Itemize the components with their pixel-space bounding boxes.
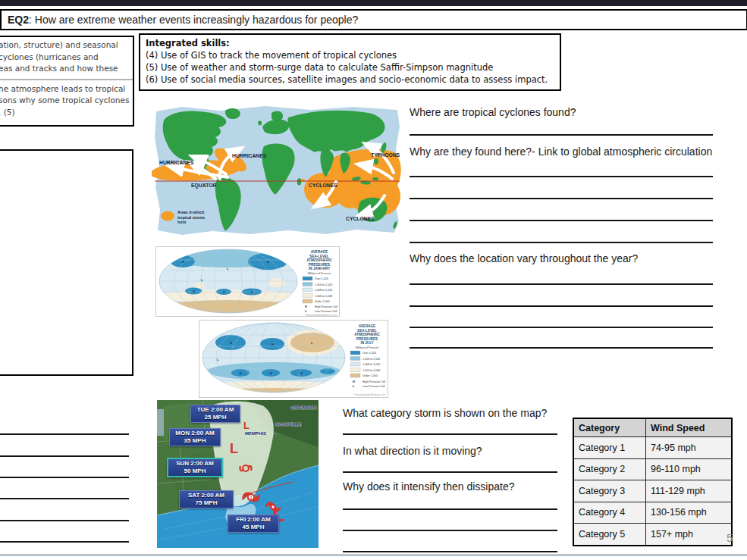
svg-text:Millibars of Pressure: Millibars of Pressure <box>308 272 331 275</box>
svg-text:IN JANUARY: IN JANUARY <box>309 267 330 271</box>
answer-line <box>0 433 129 435</box>
forecast-label-fri: FRI 2:00 AM45 MPH <box>228 515 279 533</box>
skill-item: (5) Use of weather and storm-surge data … <box>146 61 554 74</box>
col-header-windspeed: Wind Speed <box>646 418 733 437</box>
svg-text:Millibars of Pressure: Millibars of Pressure <box>356 346 379 349</box>
question-intensify: Why does it intensify then dissipate? <box>343 480 514 493</box>
answer-line <box>410 198 713 199</box>
svg-text:Low-Pressure Cell: Low-Pressure Cell <box>363 385 385 388</box>
answer-line <box>0 455 129 457</box>
category-badge: 1 <box>250 496 253 499</box>
answer-line <box>410 283 713 285</box>
answer-line <box>410 176 713 177</box>
answer-line <box>343 433 557 435</box>
table-row: Category 5 157+ mph <box>573 524 732 546</box>
answer-line <box>343 530 557 531</box>
svg-text:ATMOSPHERIC: ATMOSPHERIC <box>354 333 380 336</box>
question-location-vary: Why does the location vary throughout th… <box>410 252 638 264</box>
skill-item: (6) Use of social media sources, satelli… <box>146 74 554 86</box>
integrated-skills-box: Integrated skills: (4) Use of GIS to tra… <box>139 33 561 91</box>
svg-text:Over 1,024: Over 1,024 <box>363 352 376 355</box>
map-credit: © Encyclopaedia Britannica, Inc. <box>353 393 386 396</box>
svg-text:IN JULY: IN JULY <box>360 341 373 345</box>
legend-swatch <box>161 211 174 221</box>
svg-text:1,008 to 1,016: 1,008 to 1,016 <box>363 363 380 366</box>
svg-text:AVERAGE: AVERAGE <box>359 324 375 328</box>
pressure-map-january: H H L L H H H AVERAGE SEA-LEVEL ATMOSPHE… <box>155 246 340 317</box>
top-black-bar <box>0 0 747 6</box>
answer-line <box>410 347 713 349</box>
question-where-found: Where are tropical cyclones found? <box>410 106 576 118</box>
svg-text:H: H <box>271 343 274 346</box>
bottom-divider <box>0 554 747 556</box>
saffir-simpson-table: Category Wind Speed Category 1 74-95 mph… <box>573 418 733 546</box>
typhoons-label: TYPHOONS <box>371 152 400 158</box>
svg-text:H: H <box>230 341 232 345</box>
answer-line <box>343 471 557 473</box>
title-text: : How are extreme weather events increas… <box>29 14 358 26</box>
answer-line <box>410 242 713 243</box>
page-number: 5 <box>727 531 733 544</box>
svg-text:Areas in which: Areas in which <box>177 210 204 214</box>
svg-text:SEA-LEVEL: SEA-LEVEL <box>309 255 329 258</box>
svg-text:Under 1,000: Under 1,000 <box>363 374 378 377</box>
forecast-label-sat: SAT 2:00 AM75 MPH <box>179 490 234 508</box>
spec-line: sons why some tropical cyclones <box>0 95 130 107</box>
page-title: EQ2: How are extreme weather events incr… <box>0 9 747 30</box>
city-memphis: MEMPHIS <box>245 431 266 436</box>
svg-text:H: H <box>353 380 355 383</box>
world-storm-areas-map: HURRICANES HURRICANES TYPHOONS EQUATOR C… <box>152 104 402 237</box>
svg-text:H: H <box>270 371 272 375</box>
question-why-found: Why are they found here?- Link to global… <box>410 145 712 158</box>
worksheet-page: EQ2: How are extreme weather events incr… <box>0 0 747 560</box>
spec-line: cyclones (hurricanes and <box>0 52 130 64</box>
hurricanes-label: HURRICANES <box>159 160 194 165</box>
sidebar-spec-box: ation, structure) and seasonal cyclones … <box>0 36 134 127</box>
answer-line <box>343 551 557 552</box>
svg-text:H: H <box>305 305 307 308</box>
spec-line: . (5) <box>0 107 130 119</box>
divider <box>0 79 133 80</box>
svg-text:H: H <box>182 260 184 264</box>
map-credit: © Encyclopaedia Britannica, Inc. <box>305 314 337 317</box>
answer-line <box>410 305 713 307</box>
svg-text:tropical storms: tropical storms <box>177 215 205 220</box>
spec-line: he atmosphere leads to tropical <box>0 83 130 95</box>
svg-text:Low-Pressure Cell: Low-Pressure Cell <box>315 310 337 313</box>
hurricanes-label: HURRICANES <box>232 153 267 158</box>
table-row: Category 1 74-95 mph <box>573 437 732 459</box>
answer-line <box>0 541 129 543</box>
forecast-label-sun: SUN 2:00 AM50 MPH <box>167 458 223 477</box>
sidebar-empty-box <box>0 149 133 376</box>
svg-text:ATMOSPHERIC: ATMOSPHERIC <box>306 258 332 262</box>
answer-line <box>410 327 713 328</box>
forecast-label-mon: MON 2:00 AM35 MPH <box>169 428 221 446</box>
answer-line <box>0 477 129 478</box>
svg-text:SEA-LEVEL: SEA-LEVEL <box>357 329 377 333</box>
svg-text:H: H <box>300 371 303 375</box>
svg-text:H: H <box>267 260 269 264</box>
answer-line <box>410 220 713 221</box>
hurricane-track-map: MEMPHIS NASHVILLE CINCINNATI L L L <box>157 400 319 548</box>
svg-text:1,016 to 1,024: 1,016 to 1,024 <box>363 358 380 361</box>
answer-line <box>0 498 129 499</box>
answer-line <box>410 134 713 136</box>
svg-text:1,008 to 1,016: 1,008 to 1,016 <box>315 289 332 292</box>
svg-text:AVERAGE: AVERAGE <box>311 250 328 254</box>
svg-text:H: H <box>223 290 225 294</box>
pressure-map-july: L H H H H H L AVERAGE SEA-LEVEL ATMOSPHE… <box>199 320 388 398</box>
svg-text:H: H <box>240 371 242 375</box>
cyclones-label: CYCLONES <box>309 183 337 188</box>
svg-text:1,000 to 1,008: 1,000 to 1,008 <box>363 369 380 372</box>
spec-line: eas and tracks and how these <box>0 63 130 75</box>
svg-text:High-Pressure Cell: High-Pressure Cell <box>363 380 385 383</box>
svg-text:Under 1,000: Under 1,000 <box>315 300 330 303</box>
svg-text:H: H <box>193 289 195 293</box>
svg-text:PRESSURES: PRESSURES <box>309 263 330 267</box>
table-row: Category 2 96-110 mph <box>573 458 732 480</box>
question-direction: In what direction is it moving? <box>343 445 482 457</box>
answer-line <box>343 508 557 510</box>
svg-text:1,016 to 1,024: 1,016 to 1,024 <box>315 283 332 286</box>
svg-text:1,000 to 1,008: 1,000 to 1,008 <box>315 295 332 298</box>
svg-text:H: H <box>251 290 253 294</box>
